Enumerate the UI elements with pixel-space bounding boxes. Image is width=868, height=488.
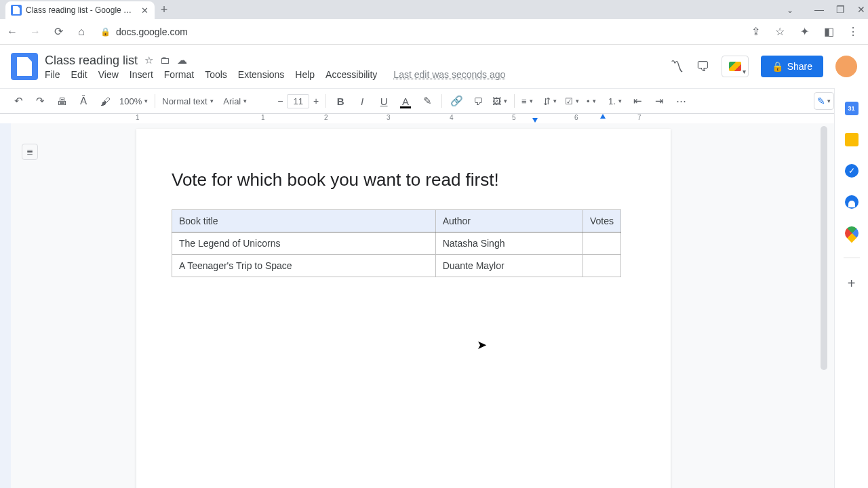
account-avatar[interactable] (835, 56, 857, 77)
menu-view[interactable]: View (98, 69, 119, 80)
redo-icon[interactable]: ↷ (33, 95, 47, 107)
star-icon[interactable]: ☆ (144, 54, 153, 66)
doc-heading[interactable]: Vote for which book you want to read fir… (172, 169, 635, 190)
lock-icon: 🔒 (100, 27, 111, 37)
browser-tab[interactable]: Class reading list - Google Docs ✕ (5, 1, 155, 19)
indent-icon[interactable]: ⇥ (652, 95, 667, 107)
indent-marker-icon[interactable] (532, 118, 538, 123)
underline-icon[interactable]: U (376, 96, 391, 107)
menu-help[interactable]: Help (295, 69, 315, 80)
last-edit-link[interactable]: Last edit was seconds ago (393, 69, 505, 80)
lock-share-icon: 🔒 (772, 61, 783, 72)
print-icon[interactable]: 🖶 (54, 96, 69, 107)
document-page[interactable]: Vote for which book you want to read fir… (136, 129, 671, 488)
number-list-icon[interactable]: 1. (608, 96, 623, 106)
doc-title[interactable]: Class reading list (45, 54, 138, 68)
bullet-list-icon[interactable]: • (587, 96, 601, 106)
table-row[interactable]: The Legend of Unicorns Natasha Singh (172, 232, 621, 255)
col-votes[interactable]: Votes (583, 210, 620, 232)
menu-edit[interactable]: Edit (71, 69, 87, 80)
menu-insert[interactable]: Insert (130, 69, 153, 80)
meet-icon (729, 62, 741, 71)
line-spacing-icon[interactable]: ⇵ (543, 96, 558, 106)
docs-favicon-icon (11, 5, 22, 16)
menu-file[interactable]: File (45, 69, 60, 80)
style-select[interactable]: Normal text (162, 96, 216, 106)
book-table[interactable]: Book title Author Votes The Legend of Un… (172, 209, 621, 277)
decrease-font-icon[interactable]: − (277, 96, 283, 106)
calendar-icon[interactable] (845, 102, 859, 115)
scrollbar[interactable] (820, 123, 828, 488)
undo-icon[interactable]: ↶ (11, 95, 26, 107)
menu-tools[interactable]: Tools (205, 69, 227, 80)
chrome-menu-icon[interactable]: ⋮ (846, 25, 860, 38)
checklist-icon[interactable]: ☑ (565, 96, 580, 106)
maximize-icon[interactable]: ❐ (836, 4, 845, 15)
back-icon[interactable]: ← (5, 26, 19, 38)
comments-icon[interactable]: 🗨 (696, 59, 709, 75)
table-row[interactable]: A Teenager's Trip to Space Duante Maylor (172, 255, 621, 277)
image-insert-icon[interactable]: 🖼 (492, 96, 507, 106)
col-author[interactable]: Author (435, 210, 583, 232)
reload-icon[interactable]: ⟳ (52, 25, 65, 38)
font-select[interactable]: Arial (223, 96, 271, 106)
comment-add-icon[interactable]: 🗩 (471, 96, 486, 107)
outdent-icon[interactable]: ⇤ (630, 95, 645, 107)
font-size-input[interactable]: 11 (287, 94, 309, 108)
maps-icon[interactable] (842, 224, 861, 243)
addons-plus-icon[interactable]: + (848, 276, 856, 291)
home-icon[interactable]: ⌂ (75, 26, 88, 38)
paint-format-icon[interactable]: 🖌 (98, 96, 113, 107)
docs-header: Class reading list ☆ 🗀 ☁ File Edit View … (0, 45, 868, 88)
url-text: docs.google.com (116, 26, 188, 37)
menu-bar: File Edit View Insert Format Tools Exten… (45, 69, 505, 80)
keep-icon[interactable] (845, 133, 859, 146)
side-panel: + (834, 88, 868, 488)
more-tools-icon[interactable]: ⋯ (673, 95, 688, 107)
toolbar: ↶ ↷ 🖶 Ǎ 🖌 100% Normal text Arial − 11 + … (0, 88, 868, 114)
tabs-chevron-icon[interactable]: ⌄ (787, 5, 793, 15)
ruler[interactable]: 1 1 2 3 4 5 6 7 (0, 114, 868, 123)
address-bar-row: ← → ⟳ ⌂ 🔒 docs.google.com ⇪ ☆ ✦ ◧ ⋮ (0, 19, 868, 45)
contacts-icon[interactable] (845, 195, 859, 209)
italic-icon[interactable]: I (355, 96, 370, 107)
vertical-ruler[interactable] (0, 123, 11, 488)
menu-extensions[interactable]: Extensions (238, 69, 284, 80)
tab-title: Class reading list - Google Docs (26, 5, 136, 15)
highlight-icon[interactable]: ✎ (420, 95, 435, 107)
share-label: Share (787, 61, 812, 72)
align-icon[interactable]: ≡ (521, 96, 536, 106)
outline-toggle-icon[interactable]: ≣ (22, 144, 38, 160)
docs-logo-icon[interactable] (11, 53, 38, 80)
new-tab-button[interactable]: + (155, 0, 174, 19)
tasks-icon[interactable] (845, 164, 859, 178)
link-icon[interactable]: 🔗 (449, 95, 464, 107)
share-button[interactable]: 🔒 Share (761, 56, 823, 77)
right-indent-marker-icon[interactable] (600, 114, 606, 119)
meet-button[interactable] (722, 56, 749, 77)
menu-format[interactable]: Format (164, 69, 194, 80)
activity-icon[interactable]: 〽 (670, 59, 684, 75)
increase-font-icon[interactable]: + (313, 96, 319, 106)
spellcheck-icon[interactable]: Ǎ (76, 95, 91, 107)
extensions-icon[interactable]: ✦ (797, 25, 811, 38)
col-title[interactable]: Book title (172, 210, 436, 232)
address-bar[interactable]: 🔒 docs.google.com (96, 26, 741, 37)
canvas: ≣ Vote for which book you want to read f… (0, 123, 868, 488)
sidepanel-icon[interactable]: ◧ (822, 25, 835, 38)
browser-tab-strip: Class reading list - Google Docs ✕ + ⌄ ―… (0, 0, 868, 19)
bookmark-icon[interactable]: ☆ (773, 25, 787, 38)
move-icon[interactable]: 🗀 (160, 54, 170, 66)
menu-accessibility[interactable]: Accessibility (326, 69, 377, 80)
bold-icon[interactable]: B (333, 96, 348, 107)
cloud-status-icon[interactable]: ☁ (177, 54, 187, 66)
editing-mode-button[interactable]: ✎ (814, 92, 834, 110)
zoom-select[interactable]: 100% (119, 96, 148, 106)
forward-icon[interactable]: → (28, 26, 42, 38)
close-tab-icon[interactable]: ✕ (140, 5, 149, 15)
close-window-icon[interactable]: ✕ (857, 4, 865, 15)
text-color-icon[interactable]: A (398, 96, 413, 107)
share-page-icon[interactable]: ⇪ (749, 25, 762, 38)
minimize-icon[interactable]: ― (814, 4, 824, 15)
